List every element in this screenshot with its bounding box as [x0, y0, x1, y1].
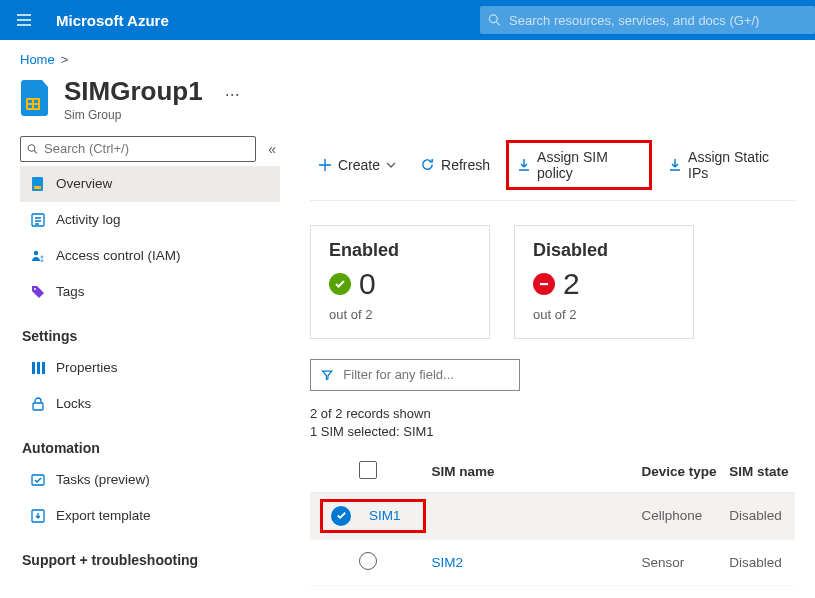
no-entry-icon	[533, 273, 555, 295]
svg-rect-1	[28, 100, 32, 103]
sidebar-item-label: Overview	[56, 176, 112, 191]
brand-label: Microsoft Azure	[56, 12, 169, 29]
refresh-icon	[420, 157, 435, 172]
enabled-title: Enabled	[329, 240, 471, 261]
row-checkbox[interactable]	[359, 552, 377, 570]
sidebar-item-iam[interactable]: Access control (IAM)	[20, 238, 280, 274]
cell-state: Disabled	[723, 492, 795, 539]
svg-rect-6	[34, 186, 41, 189]
records-info: 2 of 2 records shown 1 SIM selected: SIM…	[310, 405, 795, 441]
download-icon	[668, 158, 682, 172]
sidebar-item-locks[interactable]: Locks	[20, 386, 280, 422]
sidebar-item-label: Export template	[56, 508, 151, 523]
toolbar: Create Refresh Assign SIM policy Assign …	[310, 136, 795, 201]
row-checkbox-selected[interactable]	[331, 506, 351, 526]
plus-icon	[318, 158, 332, 172]
assign-sim-policy-button[interactable]: Assign SIM policy	[506, 140, 652, 190]
svg-rect-12	[37, 362, 40, 374]
sidebar-item-label: Tags	[56, 284, 85, 299]
select-all-checkbox[interactable]	[359, 461, 377, 479]
sidebar-item-properties[interactable]: Properties	[20, 350, 280, 386]
svg-rect-2	[34, 100, 38, 103]
svg-rect-3	[28, 105, 32, 108]
disabled-sub: out of 2	[533, 307, 675, 322]
sim-table: SIM name Device type SIM state SIM1	[310, 451, 795, 586]
svg-rect-17	[540, 283, 548, 285]
breadcrumb: Home >	[20, 52, 795, 67]
assign-policy-label: Assign SIM policy	[537, 149, 641, 181]
create-button[interactable]: Create	[310, 151, 404, 179]
refresh-button[interactable]: Refresh	[412, 151, 498, 179]
sidebar-item-label: Access control (IAM)	[56, 248, 181, 263]
top-bar: Microsoft Azure	[0, 0, 815, 40]
tags-icon	[30, 284, 46, 300]
search-icon	[488, 13, 501, 27]
assign-ips-label: Assign Static IPs	[688, 149, 787, 181]
overview-icon	[30, 176, 46, 192]
create-label: Create	[338, 157, 380, 173]
sidebar-item-label: Tasks (preview)	[56, 472, 150, 487]
sidebar-item-tasks[interactable]: Tasks (preview)	[20, 462, 280, 498]
menu-search-input[interactable]	[44, 141, 249, 156]
sim-group-icon	[20, 80, 52, 116]
properties-icon	[30, 360, 46, 376]
col-sim-name[interactable]: SIM name	[426, 451, 636, 493]
col-device-type[interactable]: Device type	[636, 451, 724, 493]
enabled-card: Enabled 0 out of 2	[310, 225, 490, 339]
tasks-icon	[30, 472, 46, 488]
records-selected: 1 SIM selected: SIM1	[310, 423, 795, 441]
main-content: Create Refresh Assign SIM policy Assign …	[280, 136, 795, 586]
iam-icon	[30, 248, 46, 264]
disabled-card: Disabled 2 out of 2	[514, 225, 694, 339]
page-subtitle: Sim Group	[64, 108, 203, 122]
section-support: Support + troubleshooting	[22, 552, 280, 568]
svg-point-8	[34, 250, 38, 254]
sim-name-link[interactable]: SIM2	[432, 555, 464, 570]
section-settings: Settings	[22, 328, 280, 344]
export-icon	[30, 508, 46, 524]
svg-point-10	[34, 288, 36, 290]
sidebar-item-overview[interactable]: Overview	[20, 166, 280, 202]
svg-rect-0	[26, 98, 40, 110]
refresh-label: Refresh	[441, 157, 490, 173]
enabled-value: 0	[359, 267, 376, 301]
chevron-down-icon	[386, 160, 396, 170]
disabled-value: 2	[563, 267, 580, 301]
filter-icon	[321, 368, 333, 382]
page-title: SIMGroup1	[64, 77, 203, 106]
svg-rect-11	[32, 362, 35, 374]
global-search[interactable]	[480, 6, 815, 34]
enabled-sub: out of 2	[329, 307, 471, 322]
table-row[interactable]: SIM1 Cellphone Disabled	[310, 492, 795, 539]
download-icon	[517, 158, 531, 172]
assign-static-ips-button[interactable]: Assign Static IPs	[660, 143, 795, 187]
sidebar-item-label: Properties	[56, 360, 118, 375]
sidebar: « Overview Activity log Access control (…	[20, 136, 280, 586]
sidebar-item-label: Activity log	[56, 212, 121, 227]
disabled-title: Disabled	[533, 240, 675, 261]
filter-box[interactable]	[310, 359, 520, 391]
records-shown: 2 of 2 records shown	[310, 405, 795, 423]
breadcrumb-home[interactable]: Home	[20, 52, 55, 67]
more-actions-button[interactable]: ···	[225, 85, 240, 103]
lock-icon	[30, 396, 46, 412]
svg-rect-4	[34, 105, 38, 108]
page-header: SIMGroup1 Sim Group ···	[20, 77, 795, 122]
section-automation: Automation	[22, 440, 280, 456]
sidebar-item-tags[interactable]: Tags	[20, 274, 280, 310]
hamburger-menu-button[interactable]	[0, 12, 48, 28]
table-row[interactable]: SIM2 Sensor Disabled	[310, 539, 795, 585]
filter-input[interactable]	[343, 367, 509, 382]
sidebar-item-activity-log[interactable]: Activity log	[20, 202, 280, 238]
sim-name-link[interactable]: SIM1	[369, 508, 401, 523]
col-sim-state[interactable]: SIM state	[723, 451, 795, 493]
collapse-sidebar-button[interactable]: «	[264, 141, 280, 157]
sidebar-item-label: Locks	[56, 396, 91, 411]
cell-state: Disabled	[723, 539, 795, 585]
svg-rect-14	[33, 403, 43, 410]
svg-rect-13	[42, 362, 45, 374]
cell-device: Sensor	[636, 539, 724, 585]
menu-search[interactable]	[20, 136, 256, 162]
global-search-input[interactable]	[509, 13, 807, 28]
sidebar-item-export-template[interactable]: Export template	[20, 498, 280, 534]
